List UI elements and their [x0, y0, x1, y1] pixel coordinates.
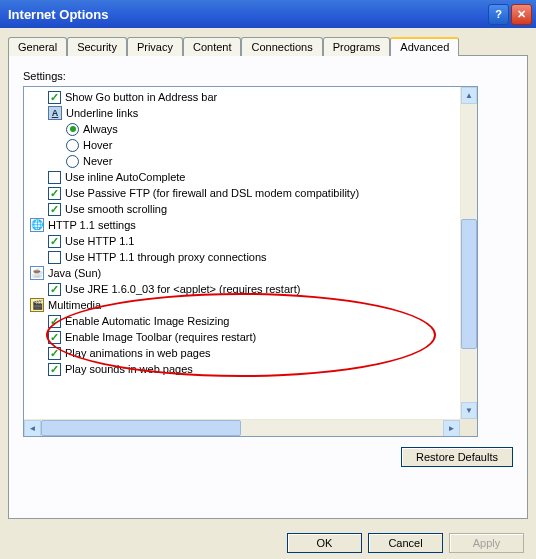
settings-list-content: Show Go button in Address barUnderline l…: [24, 87, 477, 379]
list-item-label: Use HTTP 1.1 through proxy connections: [65, 249, 267, 265]
titlebar: Internet Options ? ✕: [0, 0, 536, 28]
tab-security[interactable]: Security: [67, 37, 127, 56]
list-item[interactable]: Show Go button in Address bar: [26, 89, 475, 105]
list-item-label: HTTP 1.1 settings: [48, 217, 136, 233]
scroll-right-arrow-icon[interactable]: ►: [443, 420, 460, 437]
list-item[interactable]: Use JRE 1.6.0_03 for <applet> (requires …: [26, 281, 475, 297]
list-item[interactable]: Use smooth scrolling: [26, 201, 475, 217]
list-item[interactable]: HTTP 1.1 settings: [26, 217, 475, 233]
http-category-icon: [30, 218, 44, 232]
list-item[interactable]: Never: [26, 153, 475, 169]
list-item[interactable]: Play animations in web pages: [26, 345, 475, 361]
list-item-label: Use smooth scrolling: [65, 201, 167, 217]
checkbox-icon[interactable]: [48, 331, 61, 344]
list-item[interactable]: Use inline AutoComplete: [26, 169, 475, 185]
mm-category-icon: [30, 298, 44, 312]
hscroll-thumb[interactable]: [41, 420, 241, 436]
tab-connections[interactable]: Connections: [241, 37, 322, 56]
list-item-label: Never: [83, 153, 112, 169]
window-title: Internet Options: [8, 7, 108, 22]
list-item-label: Hover: [83, 137, 112, 153]
list-item[interactable]: Use HTTP 1.1: [26, 233, 475, 249]
list-item[interactable]: Enable Image Toolbar (requires restart): [26, 329, 475, 345]
radio-icon[interactable]: [66, 123, 79, 136]
list-item[interactable]: Use HTTP 1.1 through proxy connections: [26, 249, 475, 265]
vscroll-track[interactable]: [461, 104, 477, 402]
scroll-left-arrow-icon[interactable]: ◄: [24, 420, 41, 437]
list-item-label: Play animations in web pages: [65, 345, 211, 361]
radio-icon[interactable]: [66, 139, 79, 152]
apply-button[interactable]: Apply: [449, 533, 524, 553]
close-button[interactable]: ✕: [511, 4, 532, 25]
list-item-label: Use HTTP 1.1: [65, 233, 135, 249]
tab-general[interactable]: General: [8, 37, 67, 56]
dialog-button-row: OK Cancel Apply: [0, 527, 536, 559]
checkbox-icon[interactable]: [48, 283, 61, 296]
dialog-content: GeneralSecurityPrivacyContentConnections…: [0, 28, 536, 527]
list-item-label: Java (Sun): [48, 265, 101, 281]
checkbox-icon[interactable]: [48, 347, 61, 360]
list-item[interactable]: Hover: [26, 137, 475, 153]
help-button[interactable]: ?: [488, 4, 509, 25]
list-item[interactable]: Play sounds in web pages: [26, 361, 475, 377]
checkbox-icon[interactable]: [48, 91, 61, 104]
radio-icon[interactable]: [66, 155, 79, 168]
cancel-button[interactable]: Cancel: [368, 533, 443, 553]
tab-body-advanced: Settings: Show Go button in Address barU…: [8, 55, 528, 519]
checkbox-icon[interactable]: [48, 171, 61, 184]
settings-listbox[interactable]: Show Go button in Address barUnderline l…: [23, 86, 478, 437]
list-item[interactable]: Multimedia: [26, 297, 475, 313]
vertical-scrollbar[interactable]: ▲ ▼: [460, 87, 477, 419]
checkbox-icon[interactable]: [48, 187, 61, 200]
java-category-icon: [30, 266, 44, 280]
checkbox-icon[interactable]: [48, 251, 61, 264]
checkbox-icon[interactable]: [48, 363, 61, 376]
list-item[interactable]: Underline links: [26, 105, 475, 121]
underline-category-icon: [48, 106, 62, 120]
list-item-label: Underline links: [66, 105, 138, 121]
list-item[interactable]: Enable Automatic Image Resizing: [26, 313, 475, 329]
vscroll-thumb[interactable]: [461, 219, 477, 349]
tab-programs[interactable]: Programs: [323, 37, 391, 56]
tab-content[interactable]: Content: [183, 37, 242, 56]
checkbox-icon[interactable]: [48, 235, 61, 248]
horizontal-scrollbar[interactable]: ◄ ►: [24, 419, 460, 436]
restore-row: Restore Defaults: [23, 447, 513, 467]
list-item[interactable]: Java (Sun): [26, 265, 475, 281]
scroll-up-arrow-icon[interactable]: ▲: [461, 87, 477, 104]
list-item-label: Enable Image Toolbar (requires restart): [65, 329, 256, 345]
checkbox-icon[interactable]: [48, 315, 61, 328]
scrollbar-corner: [460, 419, 477, 436]
list-item[interactable]: Use Passive FTP (for firewall and DSL mo…: [26, 185, 475, 201]
checkbox-icon[interactable]: [48, 203, 61, 216]
list-item-label: Always: [83, 121, 118, 137]
ok-button[interactable]: OK: [287, 533, 362, 553]
list-item[interactable]: Always: [26, 121, 475, 137]
list-item-label: Play sounds in web pages: [65, 361, 193, 377]
tab-privacy[interactable]: Privacy: [127, 37, 183, 56]
list-item-label: Use JRE 1.6.0_03 for <applet> (requires …: [65, 281, 300, 297]
list-item-label: Show Go button in Address bar: [65, 89, 217, 105]
list-item-label: Use Passive FTP (for firewall and DSL mo…: [65, 185, 359, 201]
list-item-label: Multimedia: [48, 297, 101, 313]
list-item-label: Use inline AutoComplete: [65, 169, 185, 185]
tab-advanced[interactable]: Advanced: [390, 37, 459, 56]
restore-defaults-button[interactable]: Restore Defaults: [401, 447, 513, 467]
list-item-label: Enable Automatic Image Resizing: [65, 313, 229, 329]
settings-label: Settings:: [23, 70, 513, 82]
scroll-down-arrow-icon[interactable]: ▼: [461, 402, 477, 419]
tab-strip: GeneralSecurityPrivacyContentConnections…: [8, 37, 528, 56]
